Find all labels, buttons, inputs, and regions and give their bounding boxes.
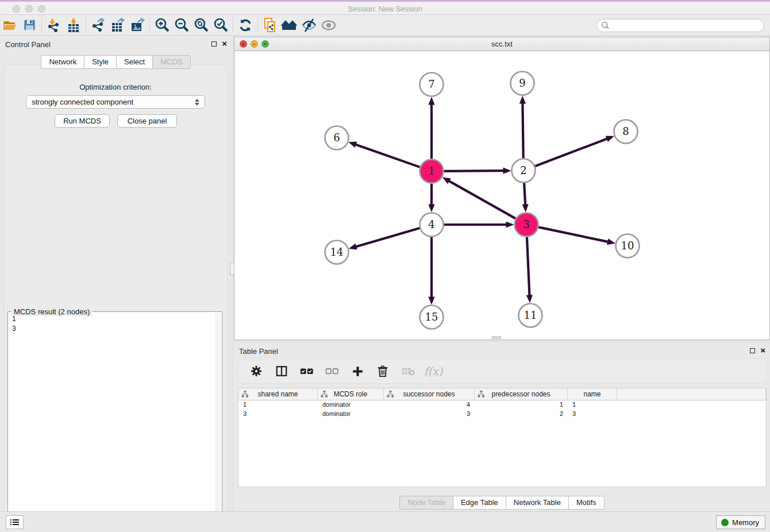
close-panel-button[interactable]: Close panel (117, 114, 177, 128)
export-network-icon (91, 18, 106, 33)
show-column-panel-button[interactable] (273, 362, 290, 380)
toolbar-separator (149, 17, 150, 33)
control-panel: Control Panel × Network Style Select MCD… (0, 36, 232, 511)
zoom-selected-icon (213, 17, 229, 33)
export-table-button[interactable] (108, 16, 128, 34)
cell-predecessor-nodes[interactable]: 1 (475, 400, 568, 410)
graph-edge-1-2[interactable] (444, 171, 504, 171)
memory-status-icon (721, 519, 729, 526)
save-session-button[interactable] (20, 16, 39, 34)
cell-name[interactable]: 3 (568, 410, 617, 419)
zoom-fit-button[interactable] (191, 16, 211, 34)
column-header-name[interactable]: name (568, 388, 617, 400)
tab-style[interactable]: Style (84, 55, 116, 69)
create-column-button[interactable] (349, 362, 366, 380)
toolbar-separator (233, 17, 233, 33)
tab-node-table[interactable]: Node Table (399, 496, 453, 510)
graph-node-label: 7 (428, 78, 434, 90)
window-titlebar: Session: New Session (0, 0, 770, 15)
graph-arrowhead (348, 141, 357, 148)
graph-arrowhead (428, 297, 434, 305)
close-panel-icon[interactable]: × (222, 40, 227, 48)
graph-arrowhead (522, 204, 529, 212)
graph-edge-2-8[interactable] (535, 138, 608, 166)
hierarchy-icon (478, 391, 485, 398)
graph-edge-3-10[interactable] (538, 227, 609, 242)
tab-select[interactable]: Select (116, 55, 152, 69)
clone-network-icon (263, 17, 278, 33)
cell-successor-nodes[interactable]: 4 (384, 400, 475, 410)
graph-edge-2-9[interactable] (522, 102, 523, 158)
cell-successor-nodes[interactable]: 3 (384, 410, 475, 419)
zoom-selected-button[interactable] (211, 16, 230, 34)
list-icon (10, 518, 19, 526)
float-table-panel-icon[interactable] (750, 348, 755, 353)
cell-predecessor-nodes[interactable]: 2 (475, 410, 568, 419)
mcds-result-text[interactable]: 1 3 (10, 314, 214, 526)
tab-mcds[interactable]: MCDS (152, 55, 190, 69)
export-table-icon (110, 18, 126, 33)
graph-node-label: 15 (425, 311, 438, 323)
open-session-button[interactable] (0, 16, 20, 34)
gear-icon (250, 365, 263, 377)
table-row[interactable]: 3 dominator 3 2 3 (238, 410, 766, 419)
search-input[interactable] (610, 20, 759, 31)
tab-motifs[interactable]: Motifs (568, 496, 605, 510)
delete-table-button[interactable] (399, 362, 417, 380)
graph-node-label: 8 (622, 125, 629, 137)
hide-details-button[interactable] (299, 16, 319, 34)
column-header-mcds-role[interactable]: MCDS role (318, 388, 384, 400)
column-header-shared-name[interactable]: shared name (238, 388, 318, 400)
canvas-resize-grip[interactable] (492, 336, 501, 339)
memory-button[interactable]: Memory (716, 515, 765, 529)
import-table-button[interactable] (64, 16, 83, 34)
table-row[interactable]: 1 dominator 4 1 1 (238, 400, 766, 410)
clone-network-button[interactable] (260, 16, 280, 34)
graph-edge-2-3[interactable] (524, 183, 525, 205)
cell-mcds-role[interactable]: dominator (318, 400, 384, 410)
cell-name[interactable]: 1 (568, 400, 617, 410)
import-network-button[interactable] (44, 16, 64, 34)
graph-edge-3-11[interactable] (527, 237, 530, 296)
criterion-value: strongly connected component (26, 98, 192, 106)
network-canvas[interactable]: 7968124314101511 (234, 51, 769, 340)
deselect-all-button[interactable] (324, 362, 341, 380)
cell-shared-name[interactable]: 3 (238, 410, 318, 419)
toolbar-separator (86, 17, 86, 33)
open-folder-icon (2, 18, 17, 32)
float-panel-icon[interactable] (211, 41, 217, 47)
zoom-in-icon (155, 17, 170, 33)
graph-node-label: 10 (621, 240, 634, 252)
export-network-button[interactable] (88, 16, 108, 34)
cell-mcds-role[interactable]: dominator (318, 410, 384, 419)
tab-network-table[interactable]: Network Table (506, 496, 568, 510)
show-details-button[interactable] (319, 16, 338, 34)
task-history-button[interactable] (6, 515, 24, 529)
graph-edge-1-6[interactable] (355, 144, 420, 167)
toolbar-separator (41, 17, 42, 33)
tab-edge-table[interactable]: Edge Table (453, 496, 506, 510)
optimization-criterion-label: Optimization criterion: (4, 83, 227, 91)
select-all-button[interactable] (298, 362, 315, 380)
home-layout-button[interactable] (280, 16, 299, 34)
tab-network[interactable]: Network (41, 55, 84, 69)
criterion-select[interactable]: strongly connected component (26, 95, 205, 109)
table-panel: Table Panel × (234, 342, 770, 511)
delete-column-button[interactable] (374, 362, 391, 380)
run-mcds-button[interactable]: Run MCDS (55, 114, 110, 128)
export-image-button[interactable] (128, 16, 147, 34)
refresh-button[interactable] (236, 16, 255, 34)
column-header-predecessor-nodes[interactable]: predecessor nodes (475, 388, 568, 400)
graph-edge-4-14[interactable] (355, 228, 419, 247)
result-scrollbar[interactable] (215, 313, 221, 527)
table-settings-button[interactable] (248, 362, 265, 380)
cell-shared-name[interactable]: 1 (238, 400, 318, 410)
zoom-in-button[interactable] (152, 16, 172, 34)
zoom-out-button[interactable] (172, 16, 191, 34)
search-field[interactable] (596, 19, 764, 32)
column-header-successor-nodes[interactable]: successor nodes (384, 388, 475, 400)
function-builder-button[interactable]: f(x) (425, 362, 442, 380)
graph-arrowhead (526, 295, 533, 303)
graph-edge-3-1[interactable] (448, 180, 515, 218)
close-table-panel-icon[interactable]: × (760, 346, 765, 354)
